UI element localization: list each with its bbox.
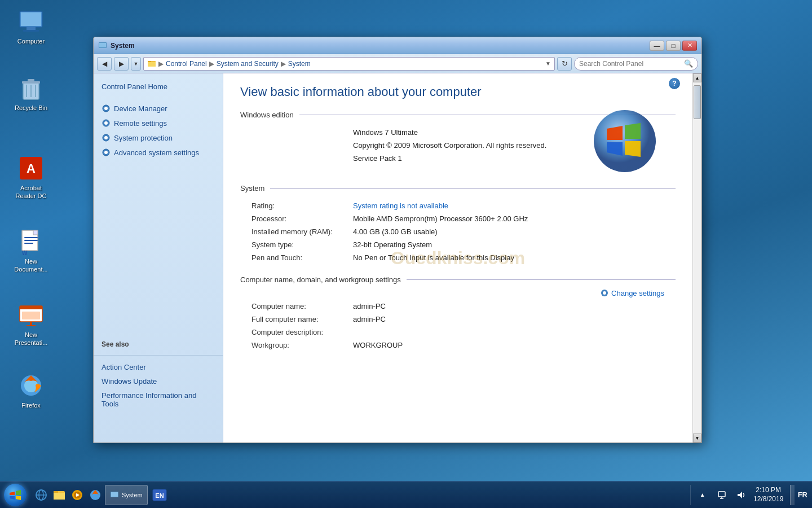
forward-button[interactable]: ▶ — [114, 57, 129, 71]
workgroup-row: Workgroup: WORKGROUP — [240, 341, 676, 349]
page-title: View basic information about your comput… — [240, 85, 676, 99]
sidebar-links: Device Manager Remote settings — [94, 101, 223, 160]
address-dropdown[interactable]: ▼ — [545, 60, 551, 67]
taskbar-clock[interactable]: 2:10 PM 12/8/2019 — [752, 486, 785, 503]
sidebar-windows-update[interactable]: Windows Update — [94, 374, 223, 388]
language-icon: EN — [152, 487, 167, 503]
sidebar: Control Panel Home Device Manager — [94, 73, 223, 443]
pen-touch-row: Pen and Touch: No Pen or Touch Input is … — [240, 253, 676, 262]
title-buttons: — □ ✕ — [650, 41, 697, 51]
svg-text:W: W — [22, 250, 28, 255]
sidebar-device-manager[interactable]: Device Manager — [94, 101, 223, 116]
sidebar-advanced-settings[interactable]: Advanced system settings — [94, 145, 223, 160]
scroll-down-button[interactable]: ▼ — [693, 433, 701, 443]
ie-icon — [34, 488, 48, 502]
volume-icon — [736, 490, 746, 500]
advanced-settings-icon — [102, 148, 111, 157]
minimize-button[interactable]: — — [650, 41, 664, 51]
taskbar-items: System EN — [30, 485, 690, 505]
path-system-security[interactable]: System and Security — [217, 60, 279, 68]
taskbar-ie-icon[interactable] — [33, 487, 50, 503]
device-manager-icon — [102, 104, 111, 113]
windows-update-label: Windows Update — [102, 377, 157, 386]
scroll-thumb[interactable] — [694, 85, 701, 119]
tray-arrow[interactable]: ▲ — [694, 487, 711, 503]
search-icon: 🔍 — [684, 59, 693, 68]
title-bar-left: System — [98, 41, 135, 50]
system-protection-icon — [102, 133, 111, 142]
system-window: System — □ ✕ ◀ ▶ ▼ ▶ Control Panel ▶ — [93, 37, 702, 443]
close-button[interactable]: ✕ — [682, 41, 697, 51]
taskbar-system-button[interactable]: System — [105, 485, 148, 505]
firefox-icon — [17, 372, 45, 399]
sidebar-control-panel-home[interactable]: Control Panel Home — [94, 79, 223, 94]
desktop-icon-new-presentation[interactable]: New Presentati... — [8, 299, 54, 349]
back-button[interactable]: ◀ — [97, 57, 112, 71]
computer-name-value: admin-PC — [353, 302, 386, 310]
system-type-value: 32-bit Operating System — [353, 240, 432, 249]
folder-icon — [147, 59, 156, 68]
taskbar-lang: FR — [798, 491, 812, 499]
start-button[interactable] — [0, 481, 30, 509]
maximize-button[interactable]: □ — [666, 41, 681, 51]
svg-text:EN: EN — [155, 492, 164, 499]
help-button[interactable]: ? — [669, 78, 680, 89]
rating-value[interactable]: System rating is not available — [353, 202, 448, 210]
svg-rect-52 — [111, 492, 118, 497]
main-content: ? View basic information about your comp… — [223, 73, 692, 443]
full-computer-name-label: Full computer name: — [240, 315, 353, 323]
windows-start-icon — [7, 487, 23, 503]
svg-rect-6 — [28, 79, 34, 81]
desktop-icon-firefox[interactable]: Firefox — [8, 370, 54, 411]
up-button[interactable]: ▼ — [131, 57, 141, 71]
acrobat-icon: A — [17, 155, 45, 182]
ram-label: Installed memory (RAM): — [240, 227, 353, 236]
tray-volume-icon[interactable] — [732, 487, 749, 503]
svg-rect-5 — [22, 81, 40, 84]
desktop: Computer Recycle Bin A Acrobat Reader DC — [0, 0, 812, 508]
svg-rect-22 — [27, 325, 36, 326]
scrollbar[interactable]: ▲ ▼ — [692, 73, 701, 443]
desktop-icon-acrobat[interactable]: A Acrobat Reader DC — [8, 152, 54, 203]
taskbar-language-icon[interactable]: EN — [151, 487, 168, 503]
window-body: Control Panel Home Device Manager — [94, 73, 701, 443]
sidebar-action-center[interactable]: Action Center — [94, 360, 223, 374]
workgroup-value: WORKGROUP — [353, 341, 403, 349]
scroll-track[interactable] — [693, 82, 701, 433]
taskbar-system-icon — [110, 491, 119, 500]
show-desktop-button[interactable] — [790, 485, 795, 505]
taskbar: System EN ▲ — [0, 481, 812, 508]
search-box[interactable]: 🔍 — [574, 57, 698, 71]
system-section-title: System — [240, 184, 264, 192]
acrobat-icon-label: Acrobat Reader DC — [11, 184, 51, 200]
computer-icon-label: Computer — [17, 37, 45, 45]
taskbar-explorer-icon[interactable] — [51, 487, 68, 503]
path-system[interactable]: System — [288, 60, 311, 68]
copyright-value: Copyright © 2009 Microsoft Corporation. … — [353, 141, 546, 150]
system-section: System — [240, 184, 676, 192]
performance-info-label: Performance Information and Tools — [102, 391, 215, 408]
svg-rect-19 — [20, 306, 42, 309]
sidebar-system-protection[interactable]: System protection — [94, 130, 223, 145]
change-settings-link[interactable]: Change settings — [600, 288, 664, 297]
desktop-icon-computer[interactable]: Computer — [8, 6, 54, 47]
sidebar-remote-settings[interactable]: Remote settings — [94, 116, 223, 130]
desktop-icon-new-document[interactable]: W New Document... — [8, 226, 54, 276]
taskbar-firefox-icon[interactable] — [87, 487, 104, 503]
svg-rect-3 — [23, 30, 39, 32]
path-control-panel[interactable]: Control Panel — [166, 60, 207, 68]
sidebar-remote-settings-label: Remote settings — [114, 119, 167, 128]
taskbar-media-icon[interactable] — [69, 487, 86, 503]
refresh-button[interactable]: ↻ — [557, 57, 572, 71]
new-presentation-icon-label: New Presentati... — [11, 331, 51, 347]
clock-time: 2:10 PM — [752, 486, 785, 495]
svg-rect-1 — [21, 12, 41, 26]
sidebar-performance-info[interactable]: Performance Information and Tools — [94, 388, 223, 411]
search-input[interactable] — [579, 60, 682, 68]
computer-icon — [17, 8, 45, 35]
scroll-up-button[interactable]: ▲ — [693, 73, 701, 82]
tray-network-icon[interactable] — [713, 487, 730, 503]
processor-row: Processor: Mobile AMD Sempron(tm) Proces… — [240, 214, 676, 223]
desktop-icon-recycle-bin[interactable]: Recycle Bin — [8, 72, 54, 114]
address-path[interactable]: ▶ Control Panel ▶ System and Security ▶ … — [143, 57, 555, 71]
